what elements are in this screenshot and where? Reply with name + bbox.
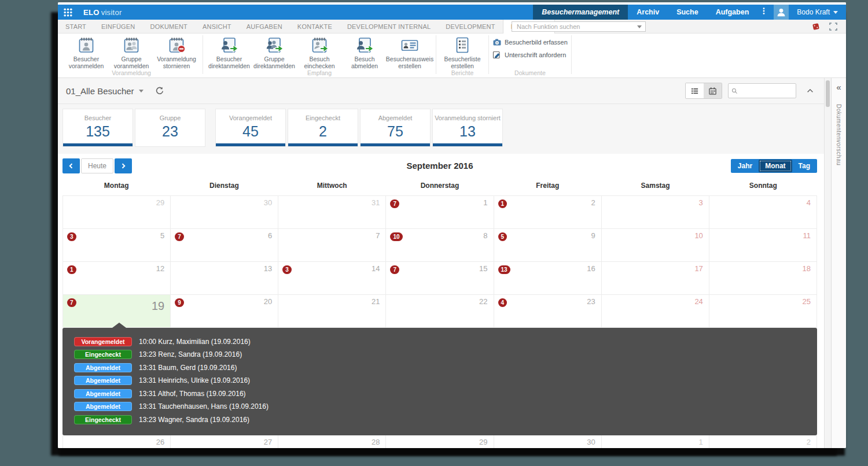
- day-cell-26[interactable]: 26: [62, 435, 171, 448]
- list-view-button[interactable]: [686, 83, 704, 98]
- range-jahr-button[interactable]: Jahr: [731, 160, 759, 172]
- day-cell-5[interactable]: 35: [62, 229, 171, 261]
- day-cell-20[interactable]: 920: [171, 295, 278, 327]
- tab-development[interactable]: DEVELOPMENT: [438, 20, 502, 33]
- day-cell-9[interactable]: 59: [494, 229, 602, 261]
- day-cell-12[interactable]: 112: [62, 262, 171, 294]
- topnav-suche[interactable]: Suche: [668, 5, 707, 20]
- day-cell-22[interactable]: 22: [386, 295, 494, 327]
- day-cell-30[interactable]: 30: [171, 196, 278, 228]
- visitor-count-badge: 7: [390, 265, 399, 274]
- stat-card-gruppe[interactable]: Gruppe23: [135, 109, 205, 147]
- besucherausweis-erstellen-button[interactable]: Besucherausweis erstellen: [387, 35, 432, 69]
- tab-dokument[interactable]: DOKUMENT: [142, 20, 195, 33]
- day-cell-2[interactable]: 2: [709, 435, 817, 448]
- visitor-entry[interactable]: Abgemeldet13:31 Tauchenhausen, Hans (19.…: [62, 402, 817, 412]
- day-cell-31[interactable]: 31: [278, 196, 386, 228]
- scrollbar-thumb[interactable]: [826, 80, 830, 107]
- user-avatar[interactable]: [774, 5, 789, 20]
- visitor-entry[interactable]: Abgemeldet13:31 Baum, Gerd (19.09.2016): [62, 363, 817, 372]
- besucher-voranmelden-button[interactable]: Besucher voranmelden: [64, 35, 109, 69]
- tab-aufgaben[interactable]: AUFGABEN: [239, 20, 290, 33]
- day-cell-1[interactable]: 1: [602, 435, 709, 448]
- day-cell-25[interactable]: 25: [709, 295, 817, 327]
- fullscreen-icon[interactable]: [829, 22, 838, 31]
- day-cell-3[interactable]: 3: [602, 196, 709, 228]
- day-cell-18[interactable]: 18: [709, 262, 817, 294]
- visitor-count-badge: 9: [175, 298, 184, 307]
- range-tag-button[interactable]: Tag: [792, 160, 816, 172]
- besucherbild-erfassen-button[interactable]: Besucherbild erfassen: [492, 38, 568, 47]
- tab-kontakte[interactable]: KONTAKTE: [290, 20, 340, 33]
- more-options-icon[interactable]: [757, 6, 770, 18]
- day-cell-28[interactable]: 28: [278, 435, 386, 448]
- ribbon-group-divider: [488, 35, 489, 74]
- day-cell-10[interactable]: 10: [602, 229, 709, 261]
- day-cell-16[interactable]: 1316: [494, 262, 602, 294]
- tab-ansicht[interactable]: ANSICHT: [195, 20, 239, 33]
- day-cell-17[interactable]: 17: [602, 262, 709, 294]
- stat-card-underline: [288, 143, 358, 146]
- tab-start[interactable]: START: [58, 20, 94, 33]
- day-cell-29[interactable]: 29: [62, 196, 171, 228]
- brand-product: visitor: [101, 8, 122, 17]
- besuch-einchecken-button[interactable]: Besuch einchecken: [297, 35, 342, 69]
- besuch-abmelden-button[interactable]: Besuch abmelden: [342, 35, 387, 69]
- day-cell-4[interactable]: 4: [709, 196, 817, 228]
- besucher-direktanmelden-button[interactable]: Besucher direktanmelden: [207, 35, 252, 69]
- day-cell-14[interactable]: 314: [278, 262, 386, 294]
- elo-tile-icon[interactable]: [811, 22, 821, 31]
- topnav-besuchermanagement[interactable]: Besuchermanagement: [533, 5, 628, 20]
- visitor-direct-register-icon: [220, 36, 238, 54]
- range-monat-button[interactable]: Monat: [759, 160, 792, 172]
- function-search-combobox[interactable]: [512, 21, 646, 32]
- visitor-entry[interactable]: Vorangemeldet10:00 Kurz, Maximilian (19.…: [62, 336, 817, 346]
- calendar-view-button[interactable]: [704, 83, 722, 98]
- day-cell-24[interactable]: 24: [602, 295, 709, 327]
- calendar-search-input[interactable]: [740, 87, 793, 95]
- user-menu[interactable]: Bodo Kraft: [789, 8, 846, 16]
- visitor-entry[interactable]: Eingecheckt13:23 Renz, Sandra (19.09.201…: [62, 350, 817, 360]
- visitor-entry[interactable]: Eingecheckt13:23 Wagner, Sandra (19.09.2…: [62, 415, 817, 424]
- day-cell-30[interactable]: 30: [494, 435, 602, 448]
- besucherliste-erstellen-button[interactable]: Besucherliste erstellen: [440, 35, 485, 69]
- day-cell-29[interactable]: 29: [386, 435, 494, 448]
- view-selector[interactable]: 01_Alle Besucher: [64, 86, 146, 96]
- day-cell-21[interactable]: 21: [278, 295, 386, 327]
- topnav-archiv[interactable]: Archiv: [628, 5, 668, 20]
- stat-card-eingecheckt[interactable]: Eingecheckt2: [288, 109, 358, 147]
- day-number: 30: [587, 438, 595, 446]
- day-cell-7[interactable]: 7: [278, 229, 386, 261]
- day-cell-2[interactable]: 12: [494, 196, 602, 228]
- app-grid-icon[interactable]: [60, 5, 75, 20]
- day-cell-6[interactable]: 76: [171, 229, 278, 261]
- stat-card-vorangemeldet[interactable]: Vorangemeldet45: [215, 109, 286, 147]
- calendar-search-box[interactable]: [728, 83, 796, 98]
- day-cell-1[interactable]: 71: [386, 196, 494, 228]
- voranmeldung-stornieren-button[interactable]: Voranmeldung stornieren: [154, 35, 199, 69]
- visitor-entry[interactable]: Abgemeldet13:31 Heinrichs, Ulrike (19.09…: [62, 376, 817, 386]
- unterschrift-anfordern-button[interactable]: Unterschrift anfordern: [492, 50, 566, 60]
- stat-card-voranmeldung-storniert[interactable]: Voranmeldung storniert13: [432, 109, 503, 147]
- stat-card-besucher[interactable]: Besucher135: [62, 109, 133, 147]
- expand-panel-icon[interactable]: «: [836, 83, 841, 91]
- vertical-scrollbar[interactable]: [824, 78, 831, 448]
- tab-einfügen[interactable]: EINFÜGEN: [94, 20, 142, 33]
- gruppe-direktanmelden-button[interactable]: Gruppe direktanmelden: [252, 35, 297, 69]
- topnav-aufgaben[interactable]: Aufgaben: [707, 5, 758, 20]
- gruppe-voranmelden-button[interactable]: Gruppe voranmelden: [109, 35, 154, 69]
- function-search-input[interactable]: [516, 23, 637, 31]
- viewbar-right: [685, 83, 818, 99]
- day-cell-23[interactable]: 423: [494, 295, 602, 327]
- visitor-entry[interactable]: Abgemeldet13:31 Althof, Thomas (19.09.20…: [62, 389, 817, 398]
- day-cell-27[interactable]: 27: [171, 435, 278, 448]
- stat-card-value: 2: [288, 123, 358, 140]
- refresh-icon[interactable]: [155, 86, 164, 95]
- day-cell-8[interactable]: 108: [386, 229, 494, 261]
- stat-card-abgemeldet[interactable]: Abgemeldet75: [360, 109, 431, 147]
- collapse-up-icon[interactable]: [802, 83, 818, 98]
- day-cell-15[interactable]: 715: [386, 262, 494, 294]
- tab-development-internal[interactable]: DEVELOPMENT INTERNAL: [340, 20, 438, 33]
- day-cell-13[interactable]: 13: [171, 262, 278, 294]
- day-cell-11[interactable]: 11: [709, 229, 817, 261]
